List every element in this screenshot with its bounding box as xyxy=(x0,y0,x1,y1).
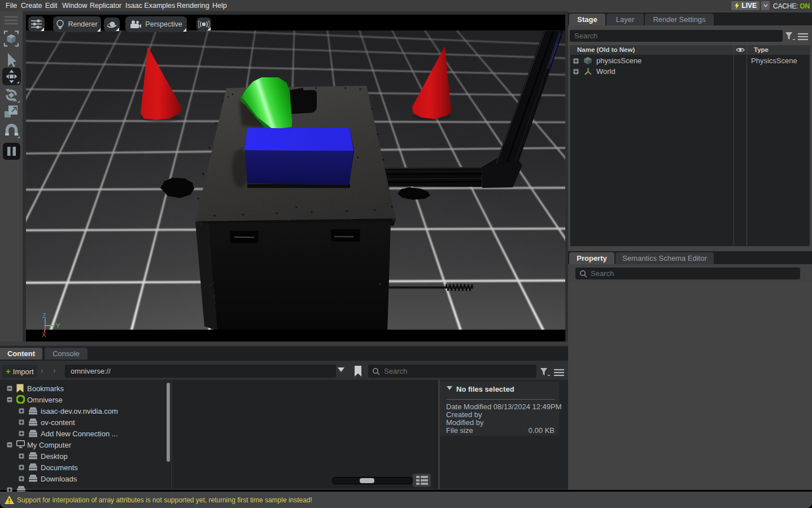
svg-text:Y: Y xyxy=(56,322,60,329)
svg-text:Z: Z xyxy=(42,312,46,319)
svg-text:X: X xyxy=(42,331,46,338)
